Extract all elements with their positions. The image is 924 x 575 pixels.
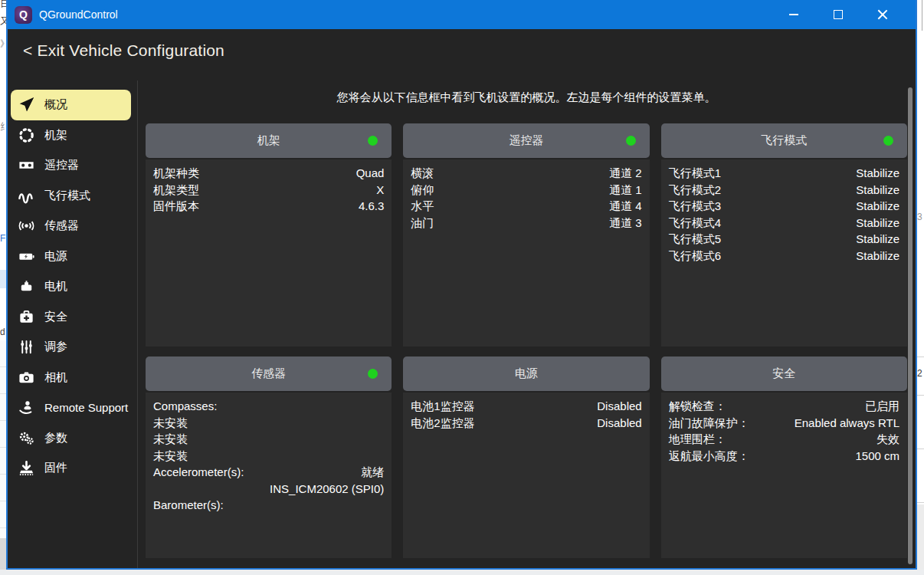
motors-icon bbox=[16, 278, 36, 296]
row-label: 飞行模式3 bbox=[669, 198, 721, 215]
card-title: 电源 bbox=[515, 366, 538, 381]
row-label: 横滚 bbox=[411, 165, 434, 182]
sidebar-item-motors[interactable]: 电机 bbox=[11, 271, 131, 302]
background-text-fragment: F bbox=[0, 233, 5, 244]
row-value: 通道 4 bbox=[609, 198, 642, 215]
close-button[interactable] bbox=[860, 0, 905, 29]
card-title: 飞行模式 bbox=[761, 133, 807, 148]
safety-icon bbox=[16, 307, 36, 326]
summary-card-3[interactable]: 飞行模式飞行模式1Stabilize飞行模式2Stabilize飞行模式3Sta… bbox=[661, 123, 907, 347]
row-label: 飞行模式6 bbox=[669, 248, 721, 264]
row-label: 俯仰 bbox=[411, 182, 434, 199]
tuning-icon bbox=[16, 338, 36, 356]
background-text-fragment: 又 bbox=[0, 15, 6, 26]
background-line bbox=[922, 0, 922, 31]
row-label: 解锁检查： bbox=[669, 398, 726, 415]
sidebar-item-label: 相机 bbox=[44, 370, 67, 385]
card-row: 飞行模式3Stabilize bbox=[669, 198, 899, 215]
card-row: 油门故障保护：Enabled always RTL bbox=[669, 415, 899, 432]
titlebar[interactable]: Q QGroundControl bbox=[8, 0, 916, 29]
app-title: QGroundControl bbox=[39, 8, 118, 21]
qgroundcontrol-window: Q QGroundControl < Exit Vehicle Configur… bbox=[6, 0, 917, 570]
row-value: 4.6.3 bbox=[359, 198, 384, 215]
background-line bbox=[917, 449, 924, 449]
sidebar-item-camera[interactable]: 相机 bbox=[11, 363, 131, 393]
sidebar-item-label: 参数 bbox=[44, 431, 67, 445]
row-value: Enabled always RTL bbox=[795, 415, 899, 432]
card-row: 飞行模式1Stabilize bbox=[669, 165, 899, 182]
sensors-icon bbox=[16, 217, 36, 235]
status-ok-dot bbox=[883, 136, 893, 146]
row-label: 飞行模式5 bbox=[669, 231, 721, 248]
sidebar-item-plane[interactable]: 概况 bbox=[11, 90, 131, 120]
radio-icon bbox=[16, 156, 36, 175]
card-header: 遥控器 bbox=[403, 123, 649, 158]
card-row: 未安装 bbox=[153, 431, 384, 448]
card-body: 飞行模式1Stabilize飞行模式2Stabilize飞行模式3Stabili… bbox=[661, 159, 907, 347]
sidebar-item-label: 电机 bbox=[44, 279, 67, 294]
exit-vehicle-configuration-link[interactable]: < Exit Vehicle Configuration bbox=[23, 41, 224, 60]
vertical-scrollbar[interactable] bbox=[908, 87, 913, 564]
background-band bbox=[0, 538, 6, 570]
background-text-fragment: 纟 bbox=[0, 121, 6, 132]
summary-card-4[interactable]: 传感器Compasses:未安装未安装未安装Accelerometer(s):就… bbox=[146, 356, 392, 558]
maximize-icon bbox=[834, 10, 843, 19]
overview-cards-grid: 机架机架种类Quad机架类型X固件版本4.6.3遥控器横滚通道 2俯仰通道 1水… bbox=[146, 123, 907, 558]
row-value: 失效 bbox=[876, 431, 899, 448]
sidebar-item-parameters[interactable]: 参数 bbox=[11, 423, 131, 454]
status-ok-dot bbox=[368, 369, 378, 379]
row-label: 电池2监控器 bbox=[411, 415, 474, 432]
sidebar-item-sensors[interactable]: 传感器 bbox=[11, 211, 131, 242]
sidebar-item-label: 机架 bbox=[44, 128, 67, 143]
summary-card-5[interactable]: 电源电池1监控器Disabled电池2监控器Disabled bbox=[403, 356, 649, 558]
card-row: 解锁检查：已启用 bbox=[669, 398, 899, 415]
row-label: 水平 bbox=[411, 198, 434, 215]
card-row: Compasses: bbox=[153, 398, 384, 415]
summary-card-6[interactable]: 安全解锁检查：已启用油门故障保护：Enabled always RTL地理围栏：… bbox=[661, 356, 907, 558]
summary-card-2[interactable]: 遥控器横滚通道 2俯仰通道 1水平通道 4油门通道 3 bbox=[403, 123, 649, 347]
row-value: 已启用 bbox=[865, 398, 899, 415]
card-row: 机架类型X bbox=[153, 182, 384, 199]
background-text-fragment: d bbox=[0, 327, 5, 337]
sidebar-item-power[interactable]: 电源 bbox=[11, 242, 131, 272]
summary-card-1[interactable]: 机架机架种类Quad机架类型X固件版本4.6.3 bbox=[146, 123, 392, 347]
card-row: 飞行模式2Stabilize bbox=[669, 182, 899, 199]
row-value: X bbox=[376, 182, 384, 199]
row-value: Stabilize bbox=[856, 165, 899, 182]
background-line bbox=[917, 395, 924, 396]
sidebar-item-radio[interactable]: 遥控器 bbox=[11, 150, 131, 181]
sidebar-item-label: Remote Support bbox=[44, 401, 128, 414]
status-ok-dot bbox=[626, 136, 636, 146]
sidebar-item-remote-support[interactable]: Remote Support bbox=[11, 393, 131, 423]
sidebar-item-tuning[interactable]: 调参 bbox=[11, 332, 131, 363]
row-value: Quad bbox=[356, 165, 385, 182]
row-label: 未安装 bbox=[153, 431, 188, 448]
card-title: 机架 bbox=[257, 133, 280, 148]
card-body: 横滚通道 2俯仰通道 1水平通道 4油门通道 3 bbox=[403, 159, 649, 347]
card-row: 机架种类Quad bbox=[153, 165, 384, 182]
row-label: 飞行模式4 bbox=[669, 215, 721, 232]
sidebar-item-label: 飞行模式 bbox=[44, 189, 90, 203]
sidebar-item-label: 安全 bbox=[44, 310, 67, 324]
row-label: 机架类型 bbox=[153, 182, 199, 199]
row-label: 油门故障保护： bbox=[669, 415, 749, 432]
row-value: Stabilize bbox=[856, 231, 899, 248]
card-row: 电池2监控器Disabled bbox=[411, 415, 641, 432]
sidebar-item-firmware[interactable]: 固件 bbox=[11, 453, 131, 484]
sidebar-item-label: 电源 bbox=[44, 249, 67, 264]
sidebar-item-flight-modes[interactable]: 飞行模式 bbox=[11, 181, 131, 212]
background-text-fragment: 》 bbox=[0, 38, 6, 49]
background-line bbox=[917, 356, 924, 357]
minimize-button[interactable] bbox=[772, 0, 816, 29]
plane-icon bbox=[16, 96, 36, 114]
card-row: 电池1监控器Disabled bbox=[411, 398, 641, 415]
card-body: 机架种类Quad机架类型X固件版本4.6.3 bbox=[146, 159, 392, 347]
row-value: Disabled bbox=[597, 398, 641, 415]
maximize-button[interactable] bbox=[816, 0, 860, 29]
firmware-icon bbox=[16, 459, 36, 478]
status-ok-dot bbox=[368, 136, 378, 146]
close-icon bbox=[877, 9, 888, 20]
sidebar-item-airframe[interactable]: 机架 bbox=[11, 120, 131, 151]
card-header: 机架 bbox=[146, 123, 392, 158]
sidebar-item-safety[interactable]: 安全 bbox=[11, 302, 131, 333]
